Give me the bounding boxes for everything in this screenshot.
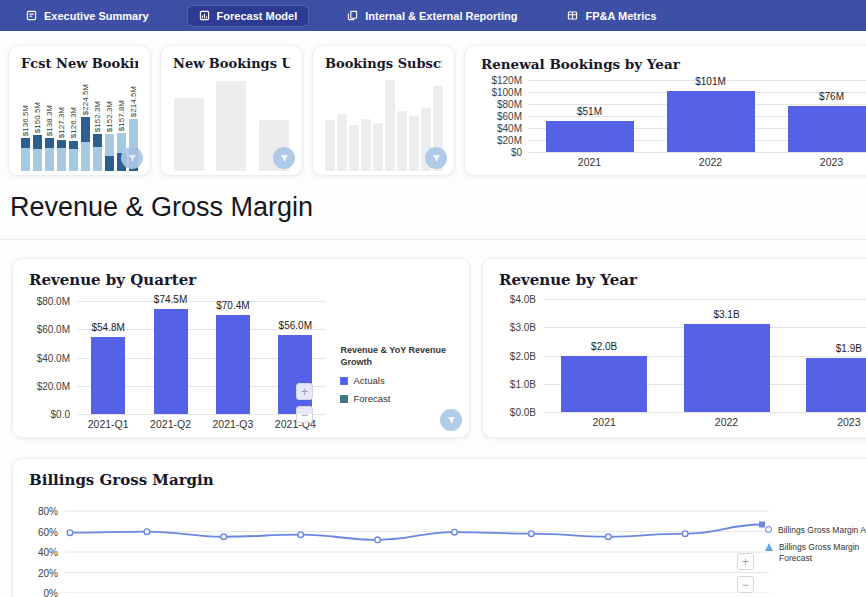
x-tick-label: 2021 (592, 416, 615, 428)
data-point-marker[interactable] (298, 532, 304, 538)
bar-chart-icon (199, 10, 210, 21)
bar-column: $152.3M (93, 73, 102, 171)
page-title: Revenue & Gross Margin (10, 192, 313, 223)
stacked-bar[interactable] (105, 134, 114, 171)
bar[interactable] (546, 121, 634, 152)
data-point-marker[interactable] (682, 531, 688, 537)
zoom-out-button[interactable]: − (737, 576, 754, 593)
bar-value-label: $56.0M (279, 320, 312, 331)
y-tick-label: 40% (38, 547, 58, 558)
bar-segment (45, 138, 54, 148)
y-tick-label: $1.0B (510, 378, 536, 389)
bar-segment (57, 148, 66, 171)
stacked-bar[interactable] (45, 138, 54, 171)
stacked-bar[interactable] (33, 135, 42, 171)
tab-internal-external-reporting[interactable]: Internal & External Reporting (335, 5, 529, 27)
stacked-bar[interactable] (81, 117, 90, 171)
revenue-by-year-chart: $4.0B$3.0B$2.0B$1.0B$0.0B$2.0B$3.1B$1.9B… (499, 299, 866, 432)
forecast-swatch (340, 395, 348, 403)
data-point-marker[interactable] (529, 531, 535, 537)
bar-value-label: $54.8M (91, 322, 124, 333)
legend-item-forecast[interactable]: Forecast (340, 393, 453, 404)
card-fcst-new-bookings: Fcst New Booking... $136.5M$150.5M$138.3… (8, 45, 151, 176)
background-bar (373, 123, 383, 171)
legend-item-actuals[interactable]: Actuals (340, 375, 453, 386)
filter-funnel-button[interactable] (440, 409, 462, 431)
zoom-controls: + − (737, 553, 754, 593)
bar-value-label: $126.3M (69, 107, 78, 138)
card-title: New Bookings Up... (173, 56, 290, 71)
legend-item-actuals[interactable]: Billings Gross Margin Ac (765, 525, 866, 536)
data-point-marker[interactable] (375, 537, 381, 543)
background-bar (216, 81, 246, 171)
actuals-swatch (340, 377, 348, 385)
circle-marker-icon (765, 526, 772, 533)
tab-fpa-metrics[interactable]: FP&A Metrics (555, 5, 668, 27)
filter-funnel-button[interactable] (121, 147, 143, 169)
bar-value-label: $70.4M (216, 300, 249, 311)
chart-legend: Billings Gross Margin Ac Billings Gross … (765, 525, 866, 570)
bar[interactable] (667, 91, 755, 152)
card-title: Revenue by Quarter (29, 271, 453, 289)
bar-column: $136.5M (21, 73, 30, 171)
bar-segment (45, 148, 54, 171)
legend-item-forecast[interactable]: Billings Gross Margin Forecast (765, 542, 866, 564)
data-point-marker[interactable] (452, 529, 458, 535)
bar-group (325, 73, 334, 171)
card-bookings-subscription: Bookings Subscri... (312, 45, 455, 176)
data-point-marker[interactable] (605, 534, 611, 540)
tab-forecast-model[interactable]: Forecast Model (187, 5, 310, 27)
background-bar (397, 111, 407, 171)
y-axis: $4.0B$3.0B$2.0B$1.0B$0.0B (499, 299, 543, 412)
bar-value-label: $74.5M (154, 294, 187, 305)
bar[interactable] (561, 356, 647, 413)
card-title: Revenue by Year (499, 271, 866, 289)
bar-value-label: $101M (695, 76, 726, 87)
grid-line (529, 152, 866, 153)
bar[interactable] (684, 324, 770, 412)
background-bar (361, 119, 371, 171)
zoom-out-button[interactable]: − (296, 406, 313, 423)
bar-group (397, 73, 406, 171)
x-axis: 202120222023 (543, 416, 866, 432)
bar-group (349, 73, 358, 171)
filter-funnel-button[interactable] (273, 147, 295, 169)
bar-value-label: $138.3M (45, 105, 54, 136)
legend-title: Revenue & YoY Revenue Growth (340, 345, 453, 368)
x-tick-label: 2021 (578, 156, 601, 168)
y-tick-label: 80% (38, 506, 58, 517)
stacked-bar[interactable] (69, 141, 78, 171)
bar-segment (21, 138, 30, 148)
plot-area: $51M$101M$76M (529, 80, 866, 152)
bar-group (361, 73, 370, 171)
table-icon (567, 10, 578, 21)
bar[interactable] (154, 309, 188, 414)
stacked-bar[interactable] (57, 140, 66, 171)
tab-executive-summary[interactable]: Executive Summary (14, 5, 161, 27)
filter-funnel-button[interactable] (425, 147, 447, 169)
data-point-marker[interactable] (67, 530, 73, 536)
bar-segment (57, 140, 66, 147)
x-axis: 2021-Q12021-Q22021-Q32021-Q4 (77, 418, 326, 434)
data-point-marker[interactable] (144, 529, 150, 535)
grid-line (77, 301, 326, 302)
bar[interactable] (216, 315, 250, 414)
y-axis: $80.0M$60.0M$40.0M$20.0M$0.0 (29, 301, 77, 414)
bar-column: $152.3M (105, 73, 114, 171)
bar[interactable] (806, 358, 866, 412)
bar-column: $126.3M (69, 73, 78, 171)
stacked-bar[interactable] (93, 134, 102, 171)
zoom-in-button[interactable]: + (296, 383, 313, 400)
card-title: Renewal Bookings by Year (481, 56, 866, 72)
y-tick-label: 0% (44, 588, 58, 597)
plot-area: 2021-Q12021-Q22021-Q32021-Q42022-Q12022-… (65, 503, 769, 597)
background-bar (325, 120, 335, 171)
y-tick-label: $0 (511, 147, 522, 158)
bar-value-label: $224.5M (81, 84, 90, 115)
bar-value-label: $51M (577, 106, 602, 117)
zoom-in-button[interactable]: + (737, 553, 754, 570)
data-point-marker[interactable] (221, 534, 227, 540)
stacked-bar[interactable] (21, 138, 30, 171)
bar[interactable] (91, 337, 125, 414)
bar[interactable] (788, 106, 866, 152)
